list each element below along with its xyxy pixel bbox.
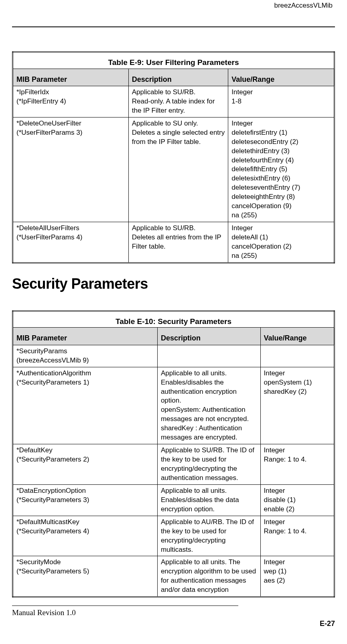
cell-desc: Applicable to SU/RB. Read-only. A table …: [128, 86, 228, 117]
cell-value: Integer deletefirstEntry (1) deletesecon…: [228, 117, 335, 222]
table-caption: Table E-10: Security Parameters: [13, 311, 335, 328]
table-row: *DefaultKey (*SecurityParameters 2) Appl…: [13, 444, 335, 485]
footer-revision: Manual Revision 1.0: [12, 608, 76, 617]
table-row: *DeleteOneUserFilter (*UserFilterParams …: [13, 117, 335, 222]
table-row: *SecurityMode (*SecurityParameters 5) Ap…: [13, 556, 335, 597]
cell-param: *IpFilterIdx (*IpFilterEntry 4): [13, 86, 129, 117]
cell-param: *SecurityParams (breezeAccessVLMib 9): [13, 345, 158, 367]
table-row: *DeleteAllUserFilters (*UserFilterParams…: [13, 222, 335, 263]
col-header-param: MIB Parameter: [13, 69, 129, 86]
cell-value: Integer Range: 1 to 4.: [260, 444, 334, 485]
cell-param: *DefaultKey (*SecurityParameters 2): [13, 444, 158, 485]
cell-desc: Applicable to all units. The encryption …: [157, 556, 260, 597]
cell-value: Integer Range: 1 to 4.: [260, 516, 334, 556]
col-header-param: MIB Parameter: [13, 328, 158, 345]
cell-desc: Applicable to all units. Enables/disable…: [157, 484, 260, 516]
table-security-parameters: Table E-10: Security Parameters MIB Para…: [12, 310, 335, 597]
col-header-value: Value/Range: [228, 69, 335, 86]
footer-rule: [12, 606, 238, 606]
col-header-desc: Description: [157, 328, 260, 345]
cell-param: *DeleteOneUserFilter (*UserFilterParams …: [13, 117, 129, 222]
table-row: *DefaultMulticastKey (*SecurityParameter…: [13, 516, 335, 556]
cell-param: *AuthenticationAlgorithm (*SecurityParam…: [13, 367, 158, 444]
cell-param: *SecurityMode (*SecurityParameters 5): [13, 556, 158, 597]
cell-desc: Applicable to AU/RB. The ID of the key t…: [157, 516, 260, 556]
header-right: breezAccessVLMib: [12, 0, 335, 14]
table-row: *SecurityParams (breezeAccessVLMib 9): [13, 345, 335, 367]
table-row: *DataEncryptionOption (*SecurityParamete…: [13, 484, 335, 516]
cell-param: *DefaultMulticastKey (*SecurityParameter…: [13, 516, 158, 556]
page-footer: Manual Revision 1.0 E-27: [12, 606, 335, 628]
cell-param: *DataEncryptionOption (*SecurityParamete…: [13, 484, 158, 516]
footer-page-number: E-27: [320, 620, 335, 628]
col-header-desc: Description: [128, 69, 228, 86]
cell-value: Integer disable (1) enable (2): [260, 484, 334, 516]
cell-desc: Applicable to SU only. Deletes a single …: [128, 117, 228, 222]
table-row: *AuthenticationAlgorithm (*SecurityParam…: [13, 367, 335, 444]
section-heading-security: Security Parameters: [12, 275, 335, 292]
cell-value: Integer wep (1) aes (2): [260, 556, 334, 597]
cell-desc: Applicable to SU/RB. Deletes all entries…: [128, 222, 228, 263]
col-header-value: Value/Range: [260, 328, 334, 345]
cell-desc: Applicable to all units. Enables/disable…: [157, 367, 260, 444]
cell-value: Integer deleteAll (1) cancelOperation (2…: [228, 222, 335, 263]
cell-value: [260, 345, 334, 367]
cell-desc: [157, 345, 260, 367]
cell-value: Integer 1-8: [228, 86, 335, 117]
cell-param: *DeleteAllUserFilters (*UserFilterParams…: [13, 222, 129, 263]
table-caption: Table E-9: User Filtering Parameters: [13, 52, 335, 69]
table-row: *IpFilterIdx (*IpFilterEntry 4) Applicab…: [13, 86, 335, 117]
table-user-filtering: Table E-9: User Filtering Parameters MIB…: [12, 51, 335, 263]
cell-value: Integer openSystem (1) sharedKey (2): [260, 367, 334, 444]
cell-desc: Applicable to SU/RB. The ID of the key t…: [157, 444, 260, 485]
